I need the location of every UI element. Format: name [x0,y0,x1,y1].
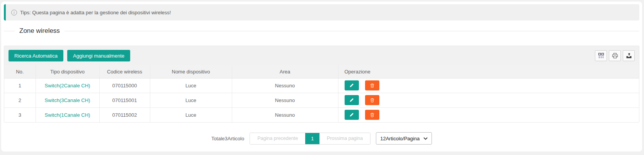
device-panel: Ricerca Automatica Aggiungi manualmente [4,46,639,123]
pagination: Totale3Articolo Pagina precedente 1 Pros… [4,132,639,145]
col-header-nome: Nome dispositivo [150,65,232,78]
column-display-icon [598,52,605,59]
cell-area: Nessuno [232,107,338,122]
table-row: 3 Switch(1Canale CH) 070115002 Luce Ness… [4,107,639,122]
delete-button[interactable] [365,110,379,120]
total-count-label: Totale3Articolo [211,136,244,141]
tips-text: Tips: Questa pagina è adatta per la gest… [20,10,171,15]
title-left-rule [4,31,15,31]
cell-codice: 070115002 [99,107,150,122]
trash-icon [369,97,375,103]
delete-button[interactable] [365,80,379,90]
info-icon: i [11,10,17,15]
col-header-area: Area [232,65,338,78]
table-header-row: No. Tipo dispositivo Codice wireless Nom… [4,65,639,78]
export-button[interactable] [623,50,635,61]
cell-nome: Luce [150,107,232,122]
trash-icon [369,83,375,89]
prev-page-button[interactable]: Pagina precedente [250,133,305,144]
page-size-value: 12Articolo/Pagina [380,136,420,141]
pager-group: Pagina precedente 1 Prossima pagina [250,133,370,145]
edit-button[interactable] [345,95,359,105]
pencil-icon [348,112,355,118]
edit-button[interactable] [345,80,359,90]
device-type-link[interactable]: Switch(3Canale CH) [45,97,90,103]
export-icon [625,52,632,59]
edit-button[interactable] [345,110,359,120]
cell-codice: 070115000 [99,78,150,93]
pencil-icon [348,82,355,89]
device-type-link[interactable]: Switch(2Canale CH) [45,83,90,89]
column-display-button[interactable] [595,50,607,61]
cell-area: Nessuno [232,93,338,107]
delete-button[interactable] [365,95,379,105]
cell-area: Nessuno [232,78,338,93]
section-title-row: Zone wireless [4,26,639,36]
current-page-button[interactable]: 1 [305,133,319,144]
col-header-no: No. [4,65,36,78]
auto-search-button[interactable]: Ricerca Automatica [8,50,63,61]
cell-nome: Luce [150,78,232,93]
toolbar: Ricerca Automatica Aggiungi manualmente [4,46,639,65]
page-size-select[interactable]: 12Articolo/Pagina [376,132,432,145]
toolbar-right-icons [595,50,635,61]
next-page-button[interactable]: Prossima pagina [319,133,370,144]
print-button[interactable] [609,50,621,61]
print-icon [612,52,619,59]
pencil-icon [348,97,355,103]
cell-no: 3 [4,107,36,122]
cell-nome: Luce [150,93,232,107]
trash-icon [369,112,375,118]
cell-codice: 070115001 [99,93,150,107]
device-type-link[interactable]: Switch(1Canale CH) [45,112,90,118]
page-title: Zone wireless [19,27,60,35]
page-card: i Tips: Questa pagina è adatta per la ge… [1,2,642,152]
chevron-down-icon [423,137,428,140]
tips-banner: i Tips: Questa pagina è adatta per la ge… [4,4,639,20]
add-manually-button[interactable]: Aggiungi manualmente [67,50,130,61]
device-table: No. Tipo dispositivo Codice wireless Nom… [4,65,639,122]
table-row: 1 Switch(2Canale CH) 070115000 Luce Ness… [4,78,639,93]
title-right-rule [65,31,639,31]
col-header-operazione: Operazione [338,65,639,78]
cell-no: 1 [4,78,36,93]
table-row: 2 Switch(3Canale CH) 070115001 Luce Ness… [4,93,639,107]
col-header-tipo: Tipo dispositivo [36,65,99,78]
cell-no: 2 [4,93,36,107]
col-header-codice: Codice wireless [99,65,150,78]
